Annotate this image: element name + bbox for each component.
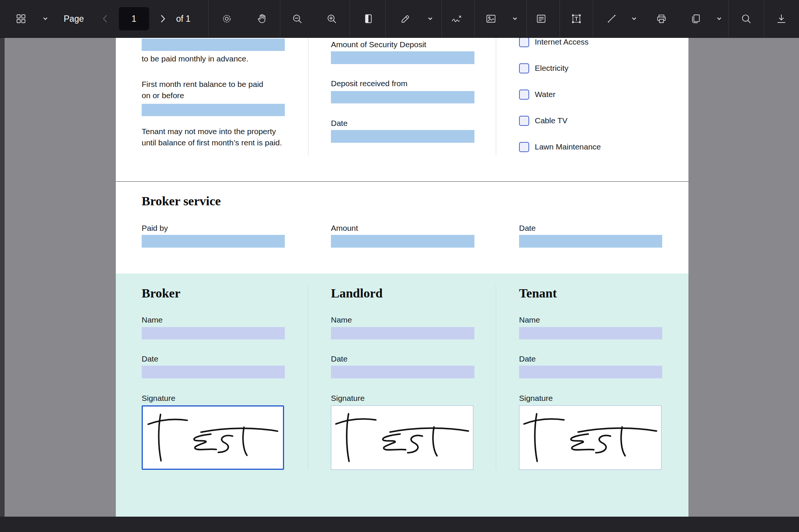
line-menu-button[interactable]: [628, 13, 640, 24]
search-button[interactable]: [738, 10, 755, 27]
security-deposit-field[interactable]: [331, 51, 474, 64]
download-button[interactable]: [773, 10, 790, 27]
tenant-signature-box[interactable]: [519, 405, 661, 470]
deposit-date-label: Date: [331, 119, 347, 128]
page-fit-button[interactable]: [360, 10, 377, 27]
zoom-out-button[interactable]: [289, 10, 306, 27]
image-menu-button[interactable]: [509, 13, 521, 24]
broker-amount-field[interactable]: [331, 235, 474, 248]
cable-tv-label: Cable TV: [535, 116, 567, 125]
duplicate-menu-button[interactable]: [714, 13, 725, 24]
lawn-maintenance-checkbox[interactable]: [519, 142, 529, 152]
broker-signature-box[interactable]: [142, 405, 284, 470]
left-rail: [0, 37, 4, 517]
utility-row: Cable TV: [519, 115, 567, 126]
toolbar-divider: [560, 0, 560, 37]
paid-by-label: Paid by: [142, 224, 168, 233]
thumbnails-menu-button[interactable]: [40, 13, 51, 24]
column-divider: [308, 285, 308, 469]
line-tool-button[interactable]: [603, 10, 620, 27]
tenant-signature-test: [519, 406, 661, 469]
thumbnails-button[interactable]: [12, 10, 30, 27]
paid-by-field[interactable]: [142, 235, 285, 248]
water-label: Water: [535, 90, 555, 99]
broker-date-label: Date: [519, 224, 536, 233]
broker-name-label: Name: [142, 315, 163, 324]
chevron-down-icon: [631, 16, 637, 22]
image-icon: [485, 13, 497, 25]
page-number-input[interactable]: 1: [119, 7, 149, 30]
toolbar-divider: [593, 0, 593, 37]
broker-signature-test: [143, 406, 283, 469]
landlord-party-title: Landlord: [331, 286, 383, 300]
tenant-name-field[interactable]: [519, 327, 662, 339]
electricity-label: Electricity: [535, 64, 569, 73]
zoom-in-button[interactable]: [323, 10, 340, 27]
tenant-sign-date-label: Date: [519, 354, 536, 363]
broker-party-title: Broker: [142, 286, 180, 300]
tenant-signature-label: Signature: [519, 394, 553, 403]
previous-page-button[interactable]: [97, 10, 114, 27]
highlighter-icon: [399, 13, 411, 25]
toolbar-divider: [350, 0, 350, 37]
print-button[interactable]: [653, 10, 670, 27]
next-page-button[interactable]: [154, 10, 171, 27]
hand-icon: [256, 13, 268, 25]
app-viewport: Page 1 of 1: [0, 0, 799, 532]
internet-access-checkbox[interactable]: [519, 37, 529, 47]
bottom-band: [0, 517, 799, 532]
tenant-sign-date-field[interactable]: [519, 366, 662, 378]
image-tool-button[interactable]: [482, 10, 500, 27]
utility-row: Electricity: [519, 63, 569, 73]
broker-signature-label: Signature: [142, 394, 175, 403]
note-tool-button[interactable]: [533, 10, 550, 27]
thumbnails-icon: [15, 13, 27, 25]
first-month-balance-field[interactable]: [142, 104, 285, 116]
cable-tv-checkbox[interactable]: [519, 116, 529, 126]
chevron-right-icon: [157, 13, 168, 24]
security-deposit-label: Amount of Security Deposit: [331, 40, 426, 49]
section-divider: [116, 181, 688, 182]
gear-icon: [221, 13, 233, 25]
signature-draw-icon: [450, 13, 462, 25]
broker-date-field[interactable]: [519, 235, 662, 248]
download-icon: [775, 13, 787, 25]
highlighter-menu-button[interactable]: [425, 13, 436, 24]
utility-row: Internet Access: [519, 37, 589, 47]
column-divider: [496, 285, 496, 469]
water-checkbox[interactable]: [519, 90, 529, 100]
landlord-signature-label: Signature: [331, 394, 365, 403]
chevron-down-icon: [716, 16, 722, 22]
broker-name-field[interactable]: [142, 327, 285, 339]
signature-tool-button[interactable]: [448, 10, 465, 27]
internet-access-label: Internet Access: [535, 37, 589, 46]
deposit-date-field[interactable]: [331, 130, 474, 143]
page-fit-icon: [362, 13, 374, 25]
rent-amount-field[interactable]: [142, 39, 285, 51]
landlord-sign-date-field[interactable]: [331, 366, 474, 378]
electricity-checkbox[interactable]: [519, 63, 529, 73]
broker-sign-date-field[interactable]: [142, 366, 285, 378]
text-tool-button[interactable]: [568, 10, 585, 27]
tenant-move-in-note: Tenant may not move into the property un…: [142, 126, 284, 148]
utility-row: Water: [519, 89, 555, 100]
landlord-name-field[interactable]: [331, 327, 474, 339]
duplicate-page-icon: [690, 13, 702, 25]
document-page: to be paid monthly in advance. First mon…: [116, 37, 688, 517]
settings-button[interactable]: [218, 10, 235, 27]
landlord-signature-box[interactable]: [331, 405, 473, 470]
note-icon: [535, 13, 547, 25]
zoom-out-icon: [291, 13, 303, 25]
pan-tool-button[interactable]: [253, 10, 271, 27]
toolbar-divider: [764, 0, 764, 37]
deposit-received-from-field[interactable]: [331, 91, 474, 103]
highlighter-button[interactable]: [397, 10, 414, 27]
search-icon: [740, 13, 752, 25]
first-month-balance-label: First month rent balance to be paid on o…: [142, 79, 265, 101]
duplicate-page-button[interactable]: [687, 10, 704, 27]
zoom-in-icon: [326, 13, 338, 25]
toolbar: Page 1 of 1: [0, 0, 799, 38]
toolbar-divider: [527, 0, 527, 37]
landlord-signature-test: [331, 406, 473, 469]
tenant-name-label: Name: [519, 315, 540, 324]
